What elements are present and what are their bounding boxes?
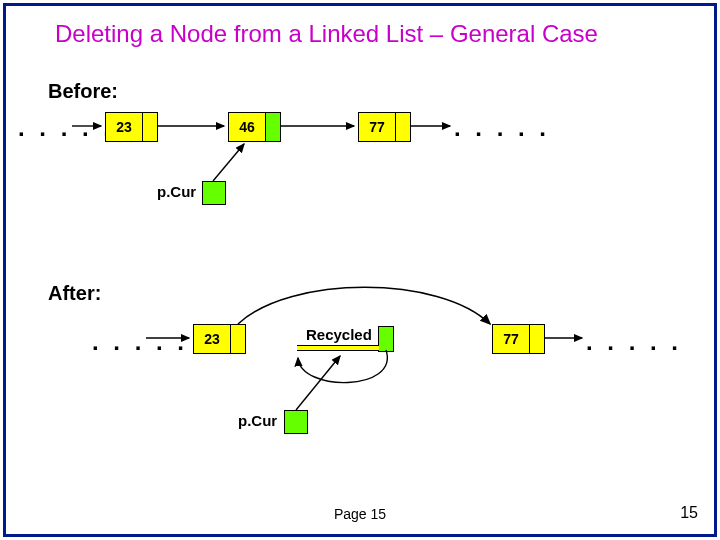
dots-left-before: . . . . . (18, 114, 114, 142)
recycled-label: Recycled (306, 326, 372, 343)
node-pointer (230, 325, 245, 353)
after-node-23: 23 (193, 324, 246, 354)
after-label: After: (48, 282, 101, 305)
recycled-pointer-cell (378, 326, 394, 352)
node-pointer (142, 113, 157, 141)
before-node-77: 77 (358, 112, 411, 142)
page-number: 15 (680, 504, 698, 522)
before-node-23: 23 (105, 112, 158, 142)
node-value: 77 (359, 113, 395, 141)
dots-right-before: . . . . . (454, 114, 550, 142)
pcur-label-after: p.Cur (238, 412, 277, 429)
pcur-box-after (284, 410, 308, 434)
node-value: 23 (106, 113, 142, 141)
slide-title: Deleting a Node from a Linked List – Gen… (55, 20, 598, 48)
page-label: Page 15 (0, 506, 720, 522)
node-pointer (265, 113, 280, 141)
pcur-box-before (202, 181, 226, 205)
node-pointer (395, 113, 410, 141)
before-node-46: 46 (228, 112, 281, 142)
node-value: 23 (194, 325, 230, 353)
node-value: 77 (493, 325, 529, 353)
after-node-77: 77 (492, 324, 545, 354)
node-pointer (529, 325, 544, 353)
dots-right-after: . . . . . (586, 328, 682, 356)
pcur-label-before: p.Cur (157, 183, 196, 200)
before-label: Before: (48, 80, 118, 103)
node-value: 46 (229, 113, 265, 141)
recycled-underline (297, 345, 379, 351)
dots-left-after: . . . . . (92, 328, 188, 356)
